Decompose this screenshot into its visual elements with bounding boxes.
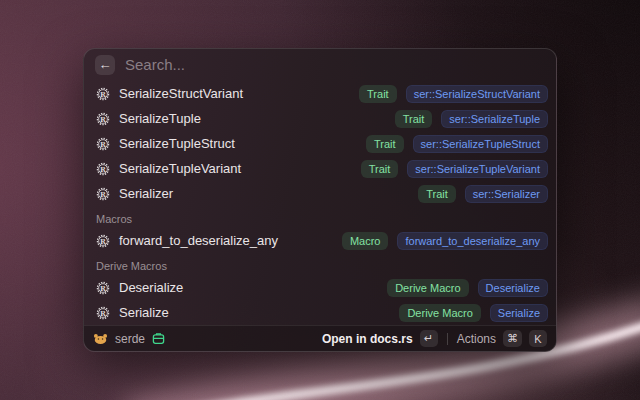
- svg-text:R: R: [100, 164, 106, 173]
- path-badge: forward_to_deserialize_any: [397, 232, 548, 250]
- result-title: forward_to_deserialize_any: [119, 233, 278, 248]
- type-badge: Macro: [342, 232, 389, 250]
- results-list: R SerializeStructVariant Trait ser::Seri…: [84, 80, 556, 325]
- rust-logo-icon: R: [96, 234, 110, 248]
- type-badge: Trait: [418, 185, 456, 203]
- path-badge: Deserialize: [478, 279, 548, 297]
- result-title: Serializer: [119, 186, 173, 201]
- result-row[interactable]: R SerializeTuple Trait ser::SerializeTup…: [84, 106, 556, 131]
- package-icon: [152, 332, 165, 345]
- k-key-icon[interactable]: K: [529, 330, 547, 347]
- result-row[interactable]: R Serialize Derive Macro Serialize: [84, 300, 556, 325]
- result-title: Deserialize: [119, 280, 183, 295]
- search-bar: ←: [84, 49, 556, 80]
- type-badge: Trait: [359, 85, 397, 103]
- svg-text:R: R: [100, 308, 106, 317]
- type-badge: Derive Macro: [387, 279, 468, 297]
- path-badge: Serialize: [490, 304, 548, 322]
- section-header-derive-macros: Derive Macros: [84, 253, 556, 275]
- type-badge: Trait: [366, 135, 404, 153]
- footer-divider: [447, 333, 448, 345]
- rust-logo-icon: R: [96, 87, 110, 101]
- result-row[interactable]: R SerializeTupleStruct Trait ser::Serial…: [84, 131, 556, 156]
- path-badge: ser::SerializeTuple: [441, 110, 548, 128]
- svg-text:R: R: [100, 139, 106, 148]
- crab-icon: [93, 332, 108, 345]
- result-title: SerializeTupleVariant: [119, 161, 241, 176]
- rust-logo-icon: R: [96, 306, 110, 320]
- result-title: SerializeTupleStruct: [119, 136, 235, 151]
- path-badge: ser::SerializeTupleStruct: [413, 135, 548, 153]
- rust-logo-icon: R: [96, 187, 110, 201]
- return-key-icon[interactable]: ↵: [420, 330, 438, 347]
- actions-button[interactable]: Actions: [457, 332, 496, 346]
- path-badge: ser::Serializer: [465, 185, 548, 203]
- type-badge: Derive Macro: [399, 304, 480, 322]
- rust-logo-icon: R: [96, 281, 110, 295]
- command-palette-window: ← R SerializeStructVariant Trait ser::Se…: [83, 48, 557, 352]
- cmd-key-icon[interactable]: ⌘: [503, 330, 522, 347]
- rust-logo-icon: R: [96, 137, 110, 151]
- footer-actions: Open in docs.rs ↵ Actions ⌘ K: [322, 330, 547, 347]
- action-bar: serde Open in docs.rs ↵ Actions ⌘ K: [84, 325, 556, 351]
- result-title: SerializeStructVariant: [119, 86, 243, 101]
- type-badge: Trait: [395, 110, 433, 128]
- result-row[interactable]: R Serializer Trait ser::Serializer: [84, 181, 556, 206]
- open-in-docs-button[interactable]: Open in docs.rs: [322, 332, 413, 346]
- section-header-macros: Macros: [84, 206, 556, 228]
- svg-text:R: R: [100, 114, 106, 123]
- svg-text:R: R: [100, 236, 106, 245]
- result-row[interactable]: R SerializeTupleVariant Trait ser::Seria…: [84, 156, 556, 181]
- extension-name: serde: [115, 332, 145, 346]
- path-badge: ser::SerializeTupleVariant: [407, 160, 548, 178]
- rust-logo-icon: R: [96, 112, 110, 126]
- back-button[interactable]: ←: [95, 55, 115, 75]
- result-row[interactable]: R Deserialize Derive Macro Deserialize: [84, 275, 556, 300]
- result-title: Serialize: [119, 305, 169, 320]
- svg-text:R: R: [100, 89, 106, 98]
- type-badge: Trait: [361, 160, 399, 178]
- search-input[interactable]: [125, 56, 545, 73]
- path-badge: ser::SerializeStructVariant: [406, 85, 548, 103]
- result-title: SerializeTuple: [119, 111, 201, 126]
- svg-text:R: R: [100, 283, 106, 292]
- result-row[interactable]: R forward_to_deserialize_any Macro forwa…: [84, 228, 556, 253]
- rust-logo-icon: R: [96, 162, 110, 176]
- back-arrow-icon: ←: [99, 57, 112, 72]
- svg-text:R: R: [100, 189, 106, 198]
- result-row[interactable]: R SerializeStructVariant Trait ser::Seri…: [84, 81, 556, 106]
